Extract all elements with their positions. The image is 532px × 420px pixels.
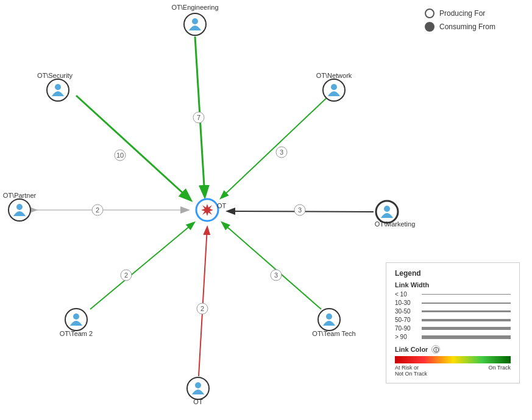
lw-label-2: 10-30 [395, 299, 419, 306]
edge-network [221, 96, 329, 198]
svg-marker-16 [201, 204, 213, 216]
top-legend: Producing For Consuming From [425, 9, 495, 35]
producing-icon [425, 9, 434, 18]
producing-label: Producing For [439, 9, 485, 18]
node-label-security: OT\Security [37, 72, 73, 79]
node-label-team2: OT\Team 2 [60, 330, 93, 337]
svg-point-22 [73, 313, 79, 320]
lw-row-6: > 90 [395, 334, 511, 340]
node-label-bottom: OT [193, 398, 203, 405]
lw-line-5 [422, 327, 511, 330]
lw-label-5: 70-90 [395, 325, 419, 332]
node-label-network: OT\Network [316, 72, 352, 79]
svg-text:2: 2 [96, 206, 99, 214]
svg-point-21 [384, 206, 390, 212]
lw-row-3: 30-50 [395, 308, 511, 315]
edge-teamtech [222, 223, 321, 309]
consuming-label: Consuming From [439, 23, 495, 31]
lw-label-4: 50-70 [395, 317, 419, 323]
svg-point-20 [16, 204, 23, 210]
svg-point-17 [192, 18, 198, 24]
svg-text:7: 7 [197, 114, 200, 121]
lw-row-5: 70-90 [395, 325, 511, 332]
lw-label-6: > 90 [395, 334, 419, 340]
edge-security [76, 96, 190, 200]
lw-line-3 [422, 310, 511, 312]
lw-label-3: 30-50 [395, 308, 419, 315]
lw-line-4 [422, 319, 511, 321]
legend-panel: Legend Link Width < 10 10-30 30-50 50-70… [386, 262, 520, 383]
svg-text:2: 2 [200, 305, 204, 312]
link-width-title: Link Width [395, 281, 511, 289]
node-label-partner: OT\Partner [3, 192, 37, 199]
svg-point-19 [331, 84, 337, 90]
svg-point-23 [326, 313, 332, 320]
edge-bottom [199, 228, 207, 376]
color-labels: At Risk orNot On Track On Track [395, 365, 511, 377]
edge-team2 [90, 223, 194, 309]
lw-line-2 [422, 303, 511, 304]
svg-point-24 [195, 382, 201, 388]
on-track-label: On Track [488, 365, 511, 377]
lw-row-4: 50-70 [395, 317, 511, 323]
svg-text:2: 2 [124, 271, 128, 279]
consuming-legend-row: Consuming From [425, 22, 495, 32]
lw-row-2: 10-30 [395, 299, 511, 306]
at-risk-label: At Risk orNot On Track [395, 365, 427, 377]
lw-label-1: < 10 [395, 291, 419, 298]
node-label-engineering: OT\Engineering [171, 4, 218, 11]
lw-line-1 [422, 294, 511, 295]
svg-text:10: 10 [116, 152, 124, 159]
svg-text:3: 3 [298, 206, 302, 214]
producing-legend-row: Producing For [425, 9, 495, 18]
center-node-label: OT [217, 202, 227, 209]
svg-text:3: 3 [274, 271, 278, 279]
svg-text:3: 3 [280, 149, 283, 156]
lw-row-1: < 10 [395, 291, 511, 298]
node-label-marketing: OT\Marketing [375, 220, 416, 228]
node-label-teamtech: OT\Team Tech [312, 330, 355, 337]
svg-point-18 [55, 84, 61, 90]
lw-line-6 [422, 335, 511, 339]
legend-title: Legend [395, 269, 511, 278]
consuming-icon [425, 22, 434, 32]
color-bar [395, 356, 511, 363]
link-color-title: Link Color ⓘ [395, 345, 511, 354]
link-color-info-icon[interactable]: ⓘ [431, 345, 440, 354]
